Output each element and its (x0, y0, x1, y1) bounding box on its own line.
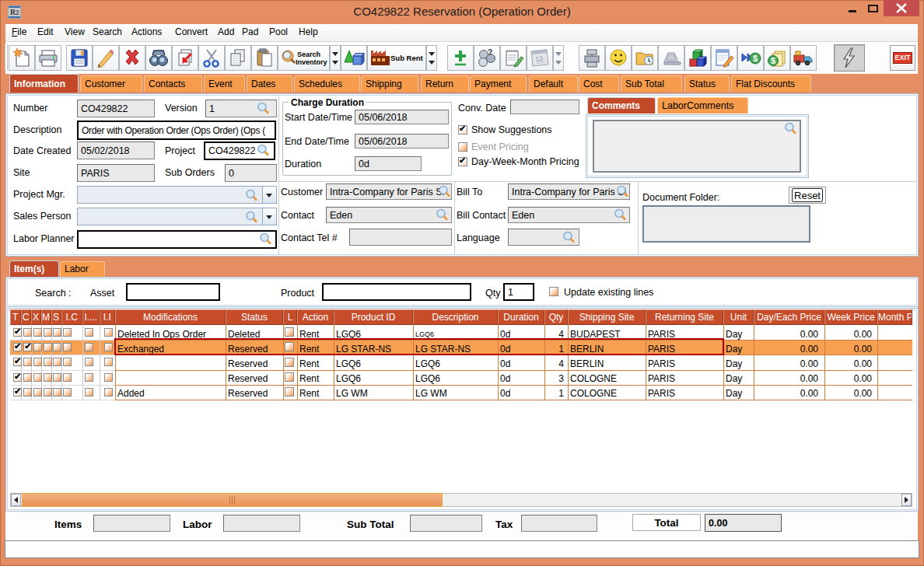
svg-text:Search: Search (297, 51, 320, 58)
svg-text:?: ? (488, 48, 492, 57)
svg-text:Sub Rent: Sub Rent (390, 54, 424, 62)
svg-text:$: $ (753, 54, 758, 63)
svg-text:$: $ (771, 56, 775, 65)
svg-text:Inventory: Inventory (296, 58, 327, 66)
svg-text:12: 12 (535, 55, 544, 64)
